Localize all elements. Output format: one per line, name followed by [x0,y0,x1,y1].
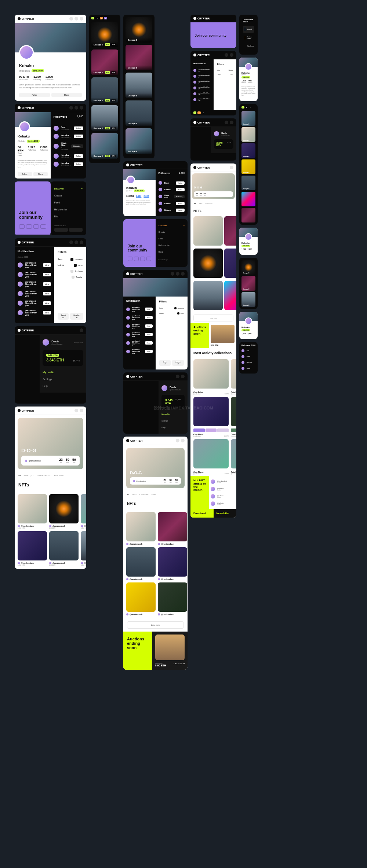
profile-avatar[interactable] [19,121,30,132]
unselect-button[interactable]: Unselect all [70,313,83,320]
follow-button[interactable]: Follow [74,162,83,166]
avatar-icon[interactable] [181,272,185,276]
artist-row[interactable]: @kohaku4 sales [211,500,235,507]
collection-card[interactable]: Cute Planet@randomdash6.0 ETH [193,439,229,475]
brand-logo[interactable]: CRYPTER [18,409,34,412]
view-button[interactable]: View [43,292,51,295]
social-icon[interactable] [146,257,151,261]
bell-icon[interactable] [80,409,83,412]
search-icon[interactable] [69,17,73,21]
menu-help[interactable]: Help center [54,206,83,213]
nft-tile[interactable]: Escape II8.00ETH [91,22,118,47]
nft-card[interactable] [224,249,236,279]
nft-thumb[interactable]: Escape II [241,127,255,142]
collection-card[interactable]: Cute Robot@randomdash1.0 ETH [231,359,236,395]
nft-card[interactable]: @randomdash2.345 ETH [49,494,79,529]
nft-card[interactable] [193,216,223,247]
nft-thumb[interactable]: Escape II [241,260,255,275]
menu-feed[interactable]: Feed [159,235,185,242]
nft-thumb[interactable]: Escape II [241,159,255,174]
notification-row[interactable]: purchased Shield from youView [126,339,153,347]
artist-row[interactable]: @kohaku6 sales [211,493,235,500]
nft-thumb[interactable]: Escape II [241,111,255,126]
filter-row[interactable]: Transfer [58,274,83,280]
follower-row[interactable]: Kohaku24 followersFollow [54,132,84,140]
artist-row[interactable]: @randomdash12 sales [211,478,235,485]
nft-tile[interactable]: Escape II [126,73,152,98]
nft-card[interactable]: @randomdash [126,547,156,580]
nft-thumb[interactable]: Escape II [241,292,255,307]
menu-profile[interactable]: My profile [161,411,185,418]
social-icon[interactable] [26,224,32,229]
nft-card[interactable]: @randomdash2.345 ETH [49,531,79,566]
menu-settings[interactable]: Settings [161,418,185,424]
social-icon[interactable] [19,224,25,229]
notification-row[interactable]: purchased Shield from you [193,91,211,97]
notification-row[interactable]: purchased Shield from youView [126,305,153,313]
tab-all[interactable]: All [127,493,129,496]
avatar-icon[interactable] [80,17,83,21]
follower-row[interactable]: Maya Shin8 followersFollowing [54,140,84,152]
nft-card[interactable] [224,216,236,247]
tab-all[interactable]: All [18,474,21,477]
auction-image[interactable] [155,635,185,660]
nft-tile[interactable]: Escape II [126,17,152,43]
notification-row[interactable]: purchased Shield from youView [126,347,153,356]
social-icon[interactable] [40,224,46,229]
bell-icon[interactable] [176,272,179,276]
hero-creator[interactable]: @randomdash [29,460,41,462]
notification-row[interactable]: purchased Shield from youView [126,313,153,322]
filter-row[interactable]: Purchase [58,268,83,274]
wallet-coinbase[interactable]: Coinbase Wallet [243,34,254,41]
notification-row[interactable]: purchased Shield from youView [18,289,51,298]
brand-logo[interactable]: CRYPTER [18,329,34,332]
profile-avatar[interactable] [19,45,34,60]
close-icon[interactable] [181,375,185,378]
follower-row[interactable]: Kohaku32 followersFollow [54,160,84,168]
nft-tile[interactable]: Escape II [126,100,152,126]
notification-row[interactable]: purchased Shield from you [193,67,211,73]
menu-settings[interactable]: Settings [43,376,83,383]
bell-icon[interactable] [176,375,179,378]
wallet-address[interactable]: 0x46...9550 [46,354,59,357]
brand-logo[interactable]: CRYPTER [126,439,142,442]
follow-button[interactable]: Follow [74,135,83,138]
menu-help[interactable]: Help [161,424,185,431]
follower-row[interactable]: Maya ShinFollowing [159,193,185,200]
unselect-button[interactable]: Unselect all [172,360,184,366]
collection-card[interactable]: Cute Robot@randomdash1.0 ETH [193,359,229,395]
view-button[interactable]: View [43,282,51,286]
wallet-metamask[interactable]: Metamask [243,26,254,33]
nft-tile[interactable]: Escape II8.00ETH [91,105,118,131]
search-icon[interactable] [171,272,174,276]
nft-tile[interactable]: Escape II8.00ETH [91,133,118,159]
follower-row[interactable]: Kohaku16 followersFollow [54,152,84,160]
nft-tile[interactable]: Escape II8.00ETH [91,77,118,103]
nft-card[interactable]: @randomdash [126,512,156,545]
search-icon[interactable] [69,240,73,244]
follower-row[interactable]: KohakuFollow [159,200,185,207]
menu-discover[interactable]: Discover+ [54,185,83,192]
nft-thumb[interactable]: Escape II [241,176,255,190]
brand-logo[interactable]: CRYPTER [193,54,210,56]
collection-card[interactable]: Cute Planet@randomdash1.0 ETH [231,439,236,475]
nft-card[interactable]: @randomdash8.456 ETH [18,531,47,566]
follower-row[interactable]: DashFollow [159,180,185,186]
social-icon[interactable] [140,257,145,261]
play-store-button[interactable] [69,228,83,232]
tab-collections[interactable]: Collections 8,000 [37,474,51,477]
bell-icon[interactable] [75,17,78,21]
nft-tile[interactable]: Escape II8.00ETH [91,49,118,75]
notification-row[interactable]: purchased Shield from you [193,97,211,103]
menu-help[interactable]: Help [43,383,83,390]
notification-row[interactable]: purchased Shield from you [193,79,211,85]
brand-logo[interactable]: CRYPTER [126,375,142,378]
share-button[interactable]: Share [51,93,82,97]
notification-row[interactable]: purchased Shield from youView [126,322,153,330]
collection-card[interactable]: Cute Planet@randomdash10.0 ETH [193,397,229,437]
tab-collections[interactable]: Collections [139,493,148,496]
menu-create[interactable]: Create [54,192,83,199]
menu-icon[interactable] [80,328,83,332]
auction-image[interactable] [211,325,235,343]
load-more-button[interactable]: Load more [127,621,184,629]
